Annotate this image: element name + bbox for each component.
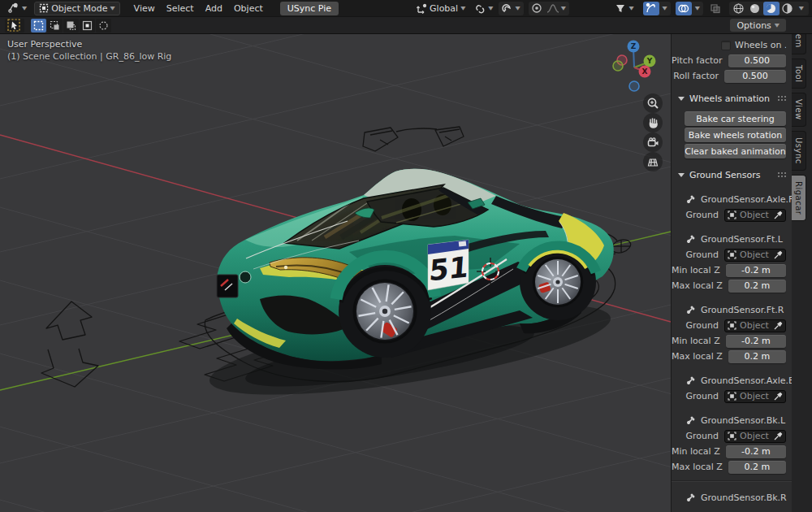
max-local-z-field[interactable]: 0.2 m (728, 350, 786, 363)
tweak-tool-button[interactable] (5, 19, 24, 33)
ground-object-field[interactable]: Object (724, 209, 786, 222)
ground-object-field[interactable]: Object (724, 390, 786, 403)
show-gizmo-toggle[interactable] (643, 2, 659, 15)
max-local-z-field[interactable]: 0.2 m (728, 461, 786, 474)
min-local-z-field[interactable]: -0.2 m (726, 264, 786, 277)
tab-rigacar[interactable]: Rigacar (792, 175, 806, 221)
orientation-gizmo[interactable]: Z Y X (609, 39, 663, 93)
max-local-z-label: Max local Z (672, 280, 728, 291)
proportional-editing-toggle[interactable] (529, 2, 545, 15)
section-ground-sensors[interactable]: Ground Sensors (672, 167, 792, 183)
ground-label: Ground (672, 391, 724, 401)
tab-tool[interactable]: Tool (792, 59, 806, 89)
usync-pie-button[interactable]: USync Pie (280, 2, 339, 15)
ground-object-field[interactable]: Object (724, 319, 786, 332)
sensor-ground-row: GroundObject (672, 318, 792, 333)
panel-grip-icon[interactable] (778, 96, 787, 102)
roll-factor-field[interactable]: 0.500 (724, 70, 786, 83)
sensor-ground-row: GroundObject (672, 207, 792, 223)
transform-orientation-dropdown[interactable]: Global ▼ (412, 2, 469, 15)
ground-sensors-groups: GroundSensor.Axle.FtGroundObjectGroundSe… (672, 191, 792, 505)
panel-grip-icon[interactable] (778, 172, 787, 178)
sensor-header[interactable]: GroundSensor.Axle.Bk (672, 372, 792, 388)
tab-usync[interactable]: Usync (792, 131, 806, 171)
editor-type-button[interactable]: ▼ (3, 2, 31, 15)
chevron-down-icon[interactable]: ▼ (515, 5, 523, 11)
ground-label: Ground (672, 249, 724, 260)
pan-hand-button[interactable] (643, 113, 663, 132)
bake-wheels-rotation-button[interactable]: Bake wheels rotation (685, 128, 786, 142)
menu-select[interactable]: Select (161, 2, 200, 15)
pitch-factor-field[interactable]: 0.500 (728, 54, 786, 67)
sensor-header[interactable]: GroundSensor.Axle.Ft (672, 191, 792, 207)
select-subtract-button[interactable] (63, 19, 79, 33)
options-label: Options (736, 20, 771, 31)
view-perspective-label: User Perspective (7, 38, 171, 50)
shading-rendered-button[interactable] (780, 2, 796, 15)
roll-factor-label: Roll factor (672, 71, 724, 81)
menu-add[interactable]: Add (200, 2, 228, 15)
shading-material-button[interactable] (763, 2, 780, 15)
bake-car-steering-button[interactable]: Bake car steering (685, 111, 786, 126)
tab-view[interactable]: View (792, 93, 806, 127)
max-local-z-field[interactable]: 0.2 m (728, 280, 786, 293)
xray-toggle[interactable] (707, 2, 723, 15)
snap-magnet-toggle[interactable] (499, 2, 515, 15)
gizmo-z-negative[interactable] (629, 81, 639, 91)
chevron-down-icon[interactable]: ▼ (692, 5, 703, 11)
ground-object-field[interactable]: Object (724, 249, 786, 262)
eyedropper-icon[interactable] (773, 432, 783, 441)
tool-settings-bar: Options ▼ (0, 17, 812, 34)
eyedropper-icon[interactable] (773, 250, 783, 260)
wheels-on-checkbox[interactable] (721, 41, 731, 50)
sensor-header[interactable]: GroundSensor.Bk.L (672, 412, 792, 428)
sensor-header[interactable]: GroundSensor.Bk.R (672, 489, 792, 505)
gizmo-y-negative[interactable] (613, 61, 623, 71)
zoom-tool-button[interactable] (643, 93, 663, 113)
shading-wireframe-button[interactable] (731, 2, 747, 15)
options-dropdown[interactable]: Options ▼ (730, 19, 786, 32)
pitch-factor-label: Pitch factor (672, 55, 728, 66)
sensor-ground-row: GroundObject (672, 247, 792, 263)
camera-view-button[interactable] (643, 132, 663, 152)
eyedropper-icon[interactable] (773, 321, 783, 331)
shading-solid-button[interactable] (747, 2, 763, 15)
object-placeholder: Object (740, 210, 770, 220)
bone-icon (685, 194, 696, 205)
select-intersect-button[interactable] (96, 19, 111, 33)
sensor-ground-row: GroundObject (672, 428, 792, 444)
proportional-falloff-dropdown[interactable] (545, 2, 561, 15)
chevron-down-icon[interactable]: ▼ (796, 5, 807, 11)
sensor-header[interactable]: GroundSensor.Ft.R (672, 302, 792, 318)
select-extend-button[interactable] (47, 19, 63, 33)
min-local-z-field[interactable]: -0.2 m (726, 335, 786, 348)
eyedropper-icon[interactable] (773, 210, 783, 220)
ground-label: Ground (672, 431, 724, 441)
object-placeholder: Object (740, 431, 770, 441)
rear-wheel (520, 244, 596, 320)
sensor-header[interactable]: GroundSensor.Ft.L (672, 231, 792, 247)
ground-label: Ground (672, 210, 724, 220)
object-placeholder: Object (740, 249, 770, 260)
select-invert-button[interactable] (80, 19, 95, 33)
min-local-z-field[interactable]: -0.2 m (726, 445, 786, 458)
orthographic-grid-button[interactable] (643, 152, 663, 171)
menu-view[interactable]: View (128, 2, 161, 15)
max-local-z-row: Max local Z0.2 m (672, 349, 792, 364)
show-overlays-toggle[interactable] (676, 2, 692, 15)
menu-object[interactable]: Object (228, 2, 269, 15)
clear-baked-animation-button[interactable]: Clear baked animation (685, 144, 786, 158)
snap-target-dropdown[interactable]: ▼ (469, 2, 497, 15)
ground-object-field[interactable]: Object (724, 430, 786, 443)
min-local-z-label: Min local Z (672, 265, 726, 276)
chevron-down-icon[interactable]: ▼ (659, 5, 671, 11)
object-data-icon (728, 321, 736, 330)
filter-visibility-dropdown[interactable]: ▼ (611, 2, 637, 15)
mode-dropdown[interactable]: Object Mode ▼ (34, 2, 119, 15)
max-local-z-label: Max local Z (672, 462, 728, 472)
select-box-button[interactable] (31, 19, 46, 33)
collapse-arrow-icon (678, 97, 685, 101)
section-wheels-animation[interactable]: Wheels animation (672, 90, 792, 106)
eyedropper-icon[interactable] (773, 392, 783, 401)
viewport-overlay-text: User Perspective (1) Scene Collection | … (7, 38, 171, 63)
